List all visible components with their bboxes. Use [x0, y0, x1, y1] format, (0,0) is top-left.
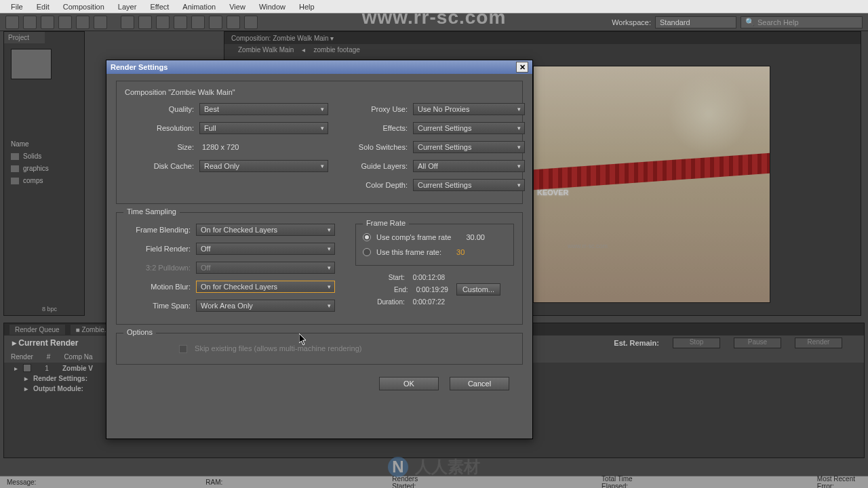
- roto-tool-icon[interactable]: [226, 16, 240, 29]
- pulldown-label: 3:2 Pulldown:: [125, 264, 196, 272]
- quality-label: Quality:: [125, 105, 199, 113]
- end-value: 0:00:19:29: [416, 286, 448, 293]
- solo-label: Solo Switches:: [349, 143, 413, 151]
- this-rate-value[interactable]: 30: [456, 248, 465, 256]
- frame-blending-label: Frame Blending:: [125, 226, 196, 234]
- menu-file[interactable]: File: [5, 1, 28, 12]
- pen-tool-icon[interactable]: [138, 16, 152, 29]
- clone-tool-icon[interactable]: [191, 16, 205, 29]
- solo-select[interactable]: Current Settings: [413, 141, 525, 153]
- effects-select[interactable]: Current Settings: [413, 122, 525, 134]
- text-tool-icon[interactable]: [156, 16, 170, 29]
- proxy-label: Proxy Use:: [349, 105, 413, 113]
- depth-label: Color Depth:: [349, 181, 413, 189]
- menu-composition[interactable]: Composition: [58, 1, 110, 12]
- proxy-select[interactable]: Use No Proxies: [413, 103, 525, 115]
- frame-rate-title: Frame Rate: [363, 219, 409, 227]
- toolbar: Workspace: Standard 🔍 Search Help: [0, 14, 868, 31]
- field-render-select[interactable]: Off: [196, 243, 335, 255]
- cancel-button[interactable]: Cancel: [450, 377, 509, 390]
- duration-value: 0:00:07:22: [413, 298, 445, 306]
- dialog-title-text: Render Settings: [111, 63, 167, 71]
- start-label: Start:: [371, 274, 405, 281]
- disk-cache-select[interactable]: Read Only: [199, 160, 328, 172]
- render-settings-dialog: Render Settings ✕ Composition "Zombie Wa…: [106, 60, 533, 439]
- menu-effect[interactable]: Effect: [144, 1, 174, 12]
- field-render-label: Field Render:: [125, 245, 196, 253]
- use-this-rate-label: Use this frame rate:: [376, 248, 441, 256]
- pan-behind-tool-icon[interactable]: [94, 16, 107, 29]
- guide-label: Guide Layers:: [349, 162, 413, 170]
- resolution-select[interactable]: Full: [199, 122, 328, 134]
- pulldown-select: Off: [196, 262, 335, 274]
- options-title: Options: [123, 328, 156, 336]
- menu-layer[interactable]: Layer: [113, 1, 142, 12]
- guide-select[interactable]: All Off: [413, 160, 525, 172]
- start-value: 0:00:12:08: [413, 274, 445, 281]
- motion-blur-select[interactable]: On for Checked Layers: [196, 281, 335, 293]
- size-value: 868 x 488: [199, 143, 239, 151]
- menu-window[interactable]: Window: [254, 1, 291, 12]
- quality-select[interactable]: Best: [199, 103, 328, 115]
- time-span-label: Time Span:: [125, 302, 196, 310]
- selection-tool-icon[interactable]: [5, 16, 19, 29]
- size-label: Size:: [125, 143, 199, 151]
- menu-help[interactable]: Help: [294, 1, 320, 12]
- dialog-close-button[interactable]: ✕: [516, 62, 528, 73]
- disk-cache-label: Disk Cache:: [125, 162, 199, 170]
- comp-rate-value: 30.00: [466, 233, 485, 241]
- brush-tool-icon[interactable]: [174, 16, 187, 29]
- hand-tool-icon[interactable]: [23, 16, 37, 29]
- composition-name-label: Composition "Zombie Walk Main": [125, 88, 514, 96]
- frame-rate-box: Frame Rate Use comp's frame rate 30.00 U…: [355, 224, 514, 266]
- menu-edit[interactable]: Edit: [31, 1, 55, 12]
- custom-button[interactable]: Custom...: [456, 283, 500, 296]
- skip-existing-label: Skip existing files (allows multi-machin…: [195, 344, 361, 352]
- rect-tool-icon[interactable]: [121, 16, 134, 29]
- menu-view[interactable]: View: [224, 1, 251, 12]
- composition-section: Composition "Zombie Walk Main" Quality:B…: [116, 81, 523, 204]
- menu-bar: File Edit Composition Layer Effect Anima…: [0, 0, 868, 14]
- eraser-tool-icon[interactable]: [209, 16, 222, 29]
- skip-existing-checkbox: [179, 345, 187, 353]
- use-comp-rate-label: Use comp's frame rate: [376, 233, 451, 241]
- options-section: Options Skip existing files (allows mult…: [116, 333, 523, 365]
- use-comp-rate-radio[interactable]: [363, 233, 371, 241]
- dialog-titlebar[interactable]: Render Settings ✕: [106, 60, 532, 74]
- motion-blur-label: Motion Blur:: [125, 283, 196, 291]
- menu-animation[interactable]: Animation: [177, 1, 221, 12]
- resolution-label: Resolution:: [125, 124, 199, 132]
- depth-select[interactable]: Current Settings: [413, 179, 525, 191]
- time-span-select[interactable]: Work Area Only: [196, 300, 335, 312]
- workspace-label: Workspace:: [612, 18, 651, 26]
- help-search-input[interactable]: 🔍 Search Help: [741, 16, 863, 28]
- duration-label: Duration:: [371, 298, 405, 306]
- zoom-tool-icon[interactable]: [41, 16, 54, 29]
- camera-tool-icon[interactable]: [76, 16, 90, 29]
- puppet-tool-icon[interactable]: [244, 16, 258, 29]
- frame-blending-select[interactable]: On for Checked Layers: [196, 224, 335, 236]
- effects-label: Effects:: [349, 124, 413, 132]
- end-label: End:: [374, 286, 408, 293]
- ok-button[interactable]: OK: [379, 377, 439, 390]
- workspace-select[interactable]: Standard: [655, 16, 736, 28]
- time-sampling-section: Time Sampling Frame Blending:On for Chec…: [116, 212, 523, 325]
- rotate-tool-icon[interactable]: [58, 16, 72, 29]
- time-sampling-title: Time Sampling: [123, 207, 180, 216]
- use-this-rate-radio[interactable]: [363, 248, 371, 256]
